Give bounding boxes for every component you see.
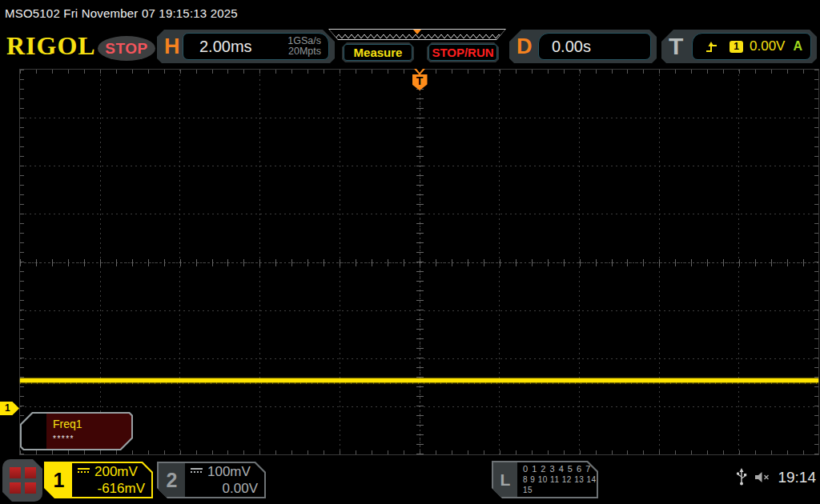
- acquisition-status-badge: STOP: [98, 36, 155, 61]
- sample-rate-memdepth: 1GSa/s 20Mpts: [287, 36, 321, 57]
- clock: 19:14: [778, 469, 816, 486]
- channel1-offset: -616mV: [78, 481, 145, 497]
- channel2-scale: 100mV: [207, 464, 251, 480]
- horizontal-label: H: [164, 30, 180, 63]
- logic-label: L: [493, 462, 517, 497]
- measurement-popup-inner: Freq1 *****: [22, 414, 131, 449]
- toolbar: RIGOL STOP H 2.00ms 1GSa/s 20Mpts Measur…: [0, 27, 820, 66]
- preview-zigzag: [329, 34, 505, 38]
- titlebar: MSO5102 Fri November 07 19:15:13 2025: [0, 0, 820, 26]
- grid-menu-icon[interactable]: [2, 459, 42, 502]
- speaker-muted-icon: [754, 471, 770, 483]
- logic-body: 0 1 2 3 4 5 6 7 8 9 10 11 12 13 14 15: [517, 462, 597, 497]
- grid-menu-squares: [10, 467, 36, 494]
- ch1-level-marker[interactable]: 1: [0, 402, 19, 415]
- waveform-overview-strip[interactable]: [328, 29, 506, 40]
- memory-depth: 20Mpts: [288, 46, 321, 57]
- rigol-logo: RIGOL: [6, 31, 96, 61]
- measurement-popup-handle: [22, 414, 46, 449]
- ch1-waveform-trace: [20, 378, 818, 382]
- logic-channels-0-7: 0 1 2 3 4 5 6 7: [523, 464, 597, 474]
- measure-button-label: Measure: [344, 44, 412, 61]
- channel2-offset: 0.00V: [191, 481, 258, 497]
- preview-trigger-position-icon: [413, 30, 421, 34]
- menu-square: [10, 482, 21, 494]
- measurement-popup-body: Freq1 *****: [46, 414, 131, 449]
- trigger-level-value: 0.00V: [750, 38, 785, 54]
- trigger-position-marker-icon[interactable]: [414, 69, 425, 75]
- sample-rate: 1GSa/s: [287, 35, 321, 46]
- channel2-body: 100mV 0.00V: [185, 463, 264, 497]
- trigger-mode-auto: A: [793, 39, 802, 54]
- trigger-source-badge: 1: [730, 41, 743, 53]
- menu-square: [10, 467, 21, 478]
- trigger-label: T: [669, 30, 683, 63]
- dc-coupling-icon: [191, 468, 203, 475]
- dc-coupling-icon: [78, 468, 90, 475]
- measurement-popup[interactable]: Freq1 *****: [20, 412, 133, 450]
- delay-value: 0.00s: [552, 38, 591, 56]
- channel1-scale: 200mV: [94, 464, 138, 480]
- delay-label: D: [517, 30, 533, 63]
- bottom-bar: 1 200mV -616mV 2 100mV 0.00V L 0 1 2 3 4…: [0, 458, 820, 504]
- channel2-number: 2: [159, 463, 185, 497]
- channel1-body: 200mV -616mV: [72, 463, 151, 497]
- timebase-value: 2.00ms: [199, 38, 252, 56]
- stop-run-button-label: STOP/RUN: [428, 44, 497, 61]
- measure-button[interactable]: Measure: [342, 42, 414, 62]
- menu-square: [25, 467, 36, 478]
- trigger-inner-box: 1 0.00V A: [692, 33, 811, 60]
- center-horizontal-crosshair-ticks: [20, 259, 818, 266]
- measurement-value: *****: [53, 434, 125, 443]
- horizontal-settings-block[interactable]: H 2.00ms 1GSa/s 20Mpts: [157, 30, 335, 63]
- graticule: T: [19, 69, 819, 455]
- menu-square: [25, 482, 36, 494]
- measurement-name: Freq1: [53, 418, 125, 430]
- rising-edge-icon: [705, 41, 718, 53]
- trigger-settings-block[interactable]: T 1 0.00V A: [661, 30, 817, 63]
- channel2-block[interactable]: 2 100mV 0.00V: [157, 462, 266, 498]
- model-and-datetime: MSO5102 Fri November 07 19:15:13 2025: [5, 6, 238, 20]
- delay-settings-block[interactable]: D 0.00s: [509, 30, 657, 63]
- logic-channels-block[interactable]: L 0 1 2 3 4 5 6 7 8 9 10 11 12 13 14 15: [492, 461, 598, 498]
- stop-run-button[interactable]: STOP/RUN: [427, 42, 499, 62]
- logic-channels-8-15: 8 9 10 11 12 13 14 15: [523, 474, 597, 495]
- channel1-block[interactable]: 1 200mV -616mV: [44, 462, 153, 498]
- usb-icon: [736, 468, 747, 486]
- trigger-marker[interactable]: T: [412, 74, 428, 90]
- horizontal-inner-box: 2.00ms 1GSa/s 20Mpts: [183, 33, 329, 60]
- channel1-number: 1: [46, 463, 72, 497]
- status-cluster: 19:14: [736, 468, 816, 486]
- oscilloscope-screen: { "header": { "title": "MSO5102 Fri Nove…: [0, 0, 820, 504]
- delay-inner-box: 0.00s: [538, 33, 651, 60]
